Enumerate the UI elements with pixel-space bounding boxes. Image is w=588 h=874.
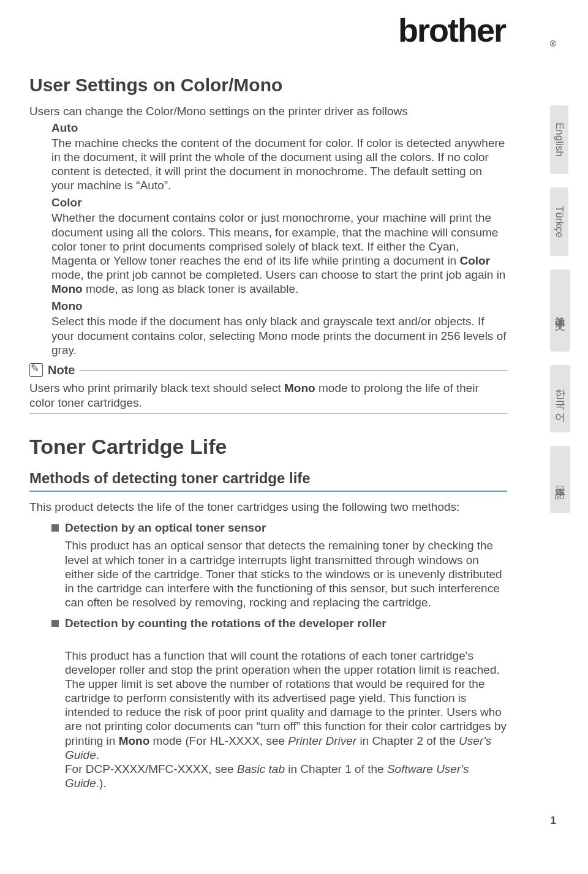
bullet-rotations: Detection by counting the rotations of t… <box>51 617 507 630</box>
bullet-rotations-label: Detection by counting the rotations of t… <box>65 617 386 630</box>
mode-auto-body: The machine checks the content of the do… <box>51 136 507 193</box>
square-bullet-icon <box>51 524 59 532</box>
pencil-note-icon <box>29 363 43 377</box>
svg-text:brother: brother <box>398 12 507 48</box>
lang-tab-korean[interactable]: 한국어 <box>550 365 570 432</box>
bullet-optical: Detection by an optical toner sensor <box>51 521 507 535</box>
bullet-optical-label: Detection by an optical toner sensor <box>65 521 266 535</box>
mode-mono-body: Select this mode if the document has onl… <box>51 314 507 357</box>
bullet-optical-body: This product has an optical sensor that … <box>65 538 507 609</box>
page-number: 1 <box>29 815 559 827</box>
methods-intro: This product detects the life of the ton… <box>29 500 507 514</box>
divider-blue <box>29 491 507 492</box>
section-title-toner-life: Toner Cartridge Life <box>29 435 507 459</box>
svg-text:®: ® <box>550 39 556 48</box>
brand-logo: brother ® <box>29 12 559 53</box>
mode-auto-label: Auto <box>51 121 507 135</box>
lang-tab-english[interactable]: English <box>550 105 568 174</box>
mode-color-body: Whether the document contains color or j… <box>51 211 507 296</box>
lang-tab-turkce[interactable]: Türkçe <box>550 187 568 256</box>
square-bullet-icon <box>51 620 59 627</box>
mode-mono-label: Mono <box>51 299 507 313</box>
section-title-user-settings: User Settings on Color/Mono <box>29 75 507 96</box>
intro-text: Users can change the Color/Mono settings… <box>29 104 507 119</box>
lang-tab-chinese[interactable]: 简体中文 <box>550 269 570 352</box>
note-header: Note <box>29 363 507 377</box>
mode-color-label: Color <box>51 196 507 209</box>
note-body: Users who print primarily black text sho… <box>29 381 507 410</box>
subsection-methods: Methods of detecting toner cartridge lif… <box>29 470 507 487</box>
bullet-rotations-body: This product has a function that will co… <box>65 634 507 790</box>
lang-tab-japanese[interactable]: 日本語 <box>550 446 570 513</box>
language-tabs: English Türkçe 简体中文 한국어 日本語 <box>550 105 570 527</box>
note-label: Note <box>48 363 75 377</box>
